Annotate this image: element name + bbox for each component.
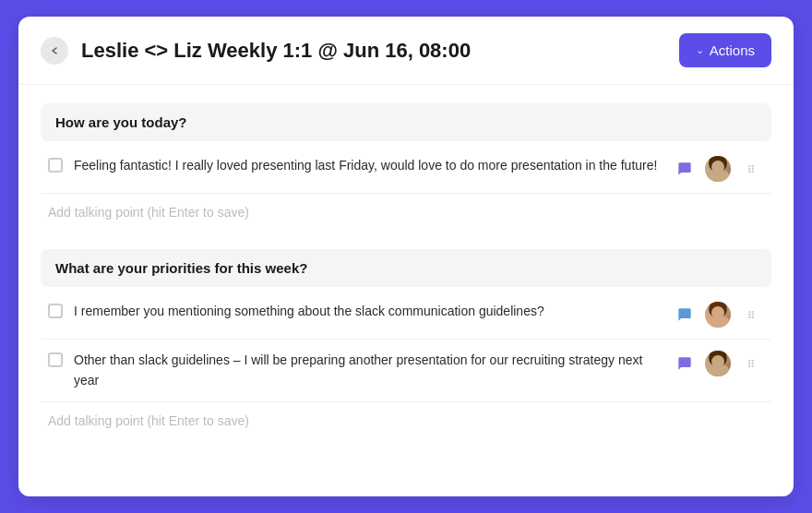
svg-point-11 [752,316,754,318]
talking-point-actions [672,302,764,328]
section-1-heading: How are you today? [41,103,771,141]
actions-button[interactable]: ⌄ Actions [679,33,771,67]
talking-point-text: I remember you mentioning something abou… [74,302,661,322]
svg-point-0 [748,165,750,167]
avatar [705,156,731,182]
svg-point-1 [752,165,754,167]
drag-handle-icon[interactable] [738,302,764,328]
avatar [705,351,731,376]
svg-point-9 [752,314,754,316]
talking-point-actions [672,156,764,182]
comment-icon[interactable] [672,156,698,182]
checkbox-item-2-2[interactable] [48,352,63,367]
svg-point-3 [752,168,754,170]
svg-point-15 [752,363,754,364]
page-title: Leslie <> Liz Weekly 1:1 @ Jun 16, 08:00 [81,39,679,63]
section-priorities: What are your priorities for this week? … [41,249,771,439]
svg-point-17 [752,365,754,367]
talking-point-row: Feeling fantastic! I really loved presen… [41,145,771,194]
talking-point-row: Other than slack guidelines – I will be … [41,340,771,402]
svg-point-6 [748,311,750,313]
talking-point-text: Other than slack guidelines – I will be … [74,351,661,390]
chevron-down-icon: ⌄ [696,44,704,56]
add-talking-point-input[interactable]: Add talking point (hit Enter to save) [41,194,771,231]
svg-point-4 [748,171,750,173]
add-talking-point-input-2[interactable]: Add talking point (hit Enter to save) [41,402,771,439]
content-area: How are you today? Feeling fantastic! I … [18,103,794,458]
svg-point-10 [748,316,750,318]
header: Leslie <> Liz Weekly 1:1 @ Jun 16, 08:00… [18,17,794,85]
talking-point-row: I remember you mentioning something abou… [41,291,771,340]
checkbox-item-1-1[interactable] [48,158,63,173]
main-card: Leslie <> Liz Weekly 1:1 @ Jun 16, 08:00… [18,17,794,496]
talking-point-text: Feeling fantastic! I really loved presen… [74,156,661,176]
svg-point-12 [748,360,750,362]
comment-icon[interactable] [672,351,698,376]
svg-point-2 [748,168,750,170]
avatar [705,302,731,328]
svg-point-5 [752,171,754,173]
checkbox-item-2-1[interactable] [48,304,63,318]
svg-point-14 [748,363,750,364]
svg-point-13 [752,360,754,362]
section-how-are-you: How are you today? Feeling fantastic! I … [41,103,771,231]
talking-point-actions [672,351,764,376]
svg-point-8 [748,314,750,316]
svg-point-7 [752,311,754,313]
comment-icon[interactable] [672,302,698,328]
section-2-heading: What are your priorities for this week? [41,249,771,287]
drag-handle-icon[interactable] [738,351,764,376]
back-button[interactable] [41,37,68,65]
svg-point-16 [748,365,750,367]
drag-handle-icon[interactable] [738,156,764,182]
actions-label: Actions [710,42,755,58]
